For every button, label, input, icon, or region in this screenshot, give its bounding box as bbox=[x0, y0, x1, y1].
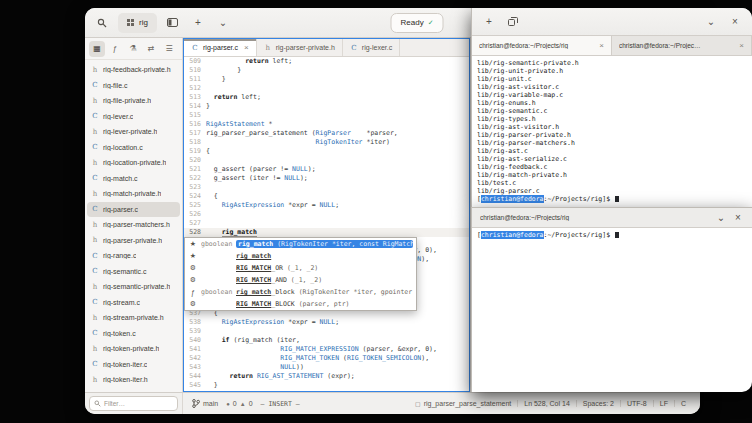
completion-row[interactable]: ƒgbooleanrig_match_block (RigTokenIter *… bbox=[185, 286, 416, 298]
terminal-2-content[interactable]: [christian@fedora:~/Projects/rig]$ bbox=[472, 228, 752, 392]
sidebar-switcher-icon[interactable]: ☰ bbox=[161, 41, 177, 57]
code-line: 519{ bbox=[184, 147, 469, 156]
terminal-tabbar: christian@fedora:~/Projects/rig×christia… bbox=[472, 36, 752, 56]
branch-name: main bbox=[203, 400, 218, 407]
file-item[interactable]: Crig-lever.c bbox=[85, 109, 182, 125]
file-item[interactable]: hrig-lever-private.h bbox=[85, 124, 182, 140]
branch-indicator[interactable]: main bbox=[192, 399, 218, 408]
file-name: rig-match.c bbox=[103, 175, 138, 182]
completion-row[interactable]: ⚙RIG_MATCH_AND (_1, _2) bbox=[185, 274, 416, 286]
filetype-icon: h bbox=[91, 128, 99, 136]
code-line: 517rig_parser_parse_statement (RigParser… bbox=[184, 129, 469, 138]
completion-row[interactable]: ⚙RIG_MATCH_BLOCK (parser, ptr) bbox=[185, 298, 416, 310]
filetype-icon: h bbox=[91, 66, 99, 74]
file-item[interactable]: hrig-parser-private.h bbox=[85, 233, 182, 249]
terminal-1-content[interactable]: lib/rig-semantic-private.hlib/rig-unit-p… bbox=[472, 56, 752, 207]
terminal-2-close-button[interactable]: × bbox=[732, 212, 744, 224]
language-indicator[interactable]: C bbox=[674, 400, 692, 407]
build-status-button[interactable]: Ready ✓ bbox=[391, 13, 444, 33]
filter-search-icon bbox=[94, 400, 101, 407]
code-token bbox=[206, 363, 280, 371]
file-item[interactable]: hrig-parser-matchers.h bbox=[85, 217, 182, 233]
encoding-indicator[interactable]: UTF-8 bbox=[620, 400, 653, 407]
terminal-line: lib/rig-semantic.c bbox=[477, 107, 747, 115]
cursor-position[interactable]: Ln 528, Col 14 bbox=[517, 400, 576, 407]
sidebar-switcher-icon[interactable]: ▦ bbox=[89, 41, 105, 57]
line-number: 521 bbox=[184, 165, 206, 174]
symbol-breadcrumb[interactable]: ▢ rig_parser_parse_statement bbox=[409, 400, 517, 407]
terminal-line: lib/rig-types.h bbox=[477, 115, 747, 123]
project-omnibox[interactable]: rig bbox=[118, 13, 157, 33]
editor-tab[interactable]: Crig-parser.c× bbox=[184, 39, 257, 56]
file-name: rig-parser.c bbox=[103, 206, 138, 213]
close-tab-icon[interactable]: × bbox=[244, 43, 249, 52]
terminal-tab-overview-button[interactable] bbox=[504, 13, 522, 31]
terminal-1-close-button[interactable]: × bbox=[726, 13, 744, 31]
indentation-indicator[interactable]: Spaces: 2 bbox=[576, 400, 620, 407]
editor-tab[interactable]: hrig-parser-private.h bbox=[257, 39, 343, 56]
code-text: g_assert (parser != NULL); bbox=[206, 165, 316, 174]
file-item[interactable]: Crig-stream.c bbox=[85, 295, 182, 311]
file-item[interactable]: Crig-range.c bbox=[85, 248, 182, 264]
branch-icon bbox=[192, 399, 200, 408]
completion-row[interactable]: ⚙RIG_MATCH_OR (_1, _2) bbox=[185, 262, 416, 274]
error-dot-icon: ● bbox=[226, 401, 230, 407]
file-item[interactable]: Crig-file.c bbox=[85, 78, 182, 94]
completion-args: (parser, ptr) bbox=[295, 300, 350, 308]
file-item[interactable]: hrig-file-private.h bbox=[85, 93, 182, 109]
page-chevron-button[interactable]: ⌄ bbox=[214, 14, 232, 32]
line-number: 522 bbox=[184, 174, 206, 183]
completion-row[interactable]: ★rig_match bbox=[185, 250, 416, 262]
close-icon[interactable]: × bbox=[599, 41, 604, 50]
terminal-tab[interactable]: christian@fedora:~/Projec…× bbox=[612, 36, 752, 55]
file-item[interactable]: Crig-semantic.c bbox=[85, 264, 182, 280]
terminal-new-tab-button[interactable]: + bbox=[480, 13, 498, 31]
terminal-line: lib/rig-ast-visitor.c bbox=[477, 83, 747, 91]
eol-indicator[interactable]: LF bbox=[653, 400, 674, 407]
sidebar-switcher-icon[interactable]: ⚗ bbox=[125, 41, 141, 57]
filter-input[interactable]: Filter… bbox=[89, 396, 178, 411]
terminal-window-1: + ⌄ × christian@fedora:~/Projects/rig×ch… bbox=[471, 8, 752, 207]
editor-pane: Crig-parser.c×hrig-parser-private.hCrig-… bbox=[183, 38, 470, 392]
code-line: 528 rig_match bbox=[184, 228, 469, 237]
file-item[interactable]: hrig-location-private.h bbox=[85, 155, 182, 171]
file-item[interactable]: hrig-feedback-private.h bbox=[85, 62, 182, 78]
new-page-button[interactable]: + bbox=[189, 14, 207, 32]
editor-tab[interactable]: Crig-lexer.c bbox=[343, 39, 400, 56]
completion-args: (_1, _2) bbox=[283, 264, 318, 272]
sidebar-switcher-icon[interactable]: ƒ bbox=[107, 41, 123, 57]
file-item[interactable]: Crig-match.c bbox=[85, 171, 182, 187]
file-item[interactable]: Crig-token.c bbox=[85, 326, 182, 342]
terminal-2-titlebar: christian@fedora:~/Projects/rig ⌄ × bbox=[472, 208, 752, 228]
code-text: RigAstExpression *expr = NULL; bbox=[206, 318, 339, 327]
code-text: RigAstExpression *expr = NULL; bbox=[206, 201, 339, 210]
file-item[interactable]: Crig-parser.c bbox=[87, 202, 180, 218]
desktop: rig + ⌄ Ready ✓ ▦ƒ⚗⇄☰ hrig-feedback-priv… bbox=[0, 0, 752, 423]
code-token: left; bbox=[269, 57, 292, 65]
file-item[interactable]: Crig-location.c bbox=[85, 140, 182, 156]
completion-row[interactable]: ★gbooleanrig_match (RigTokenIter *iter, … bbox=[185, 238, 416, 250]
code-area[interactable]: 509 return left;510 }511 }512513 return … bbox=[184, 57, 469, 391]
file-name: rig-feedback-private.h bbox=[103, 66, 171, 73]
file-item[interactable]: hrig-semantic-private.h bbox=[85, 279, 182, 295]
terminal-2-chevron[interactable]: ⌄ bbox=[715, 212, 727, 224]
diagnostics-indicator[interactable]: ● 0 ▲ 0 bbox=[226, 400, 252, 407]
terminal-menu-chevron[interactable]: ⌄ bbox=[702, 13, 720, 31]
code-token: * bbox=[265, 120, 273, 128]
file-name: rig-location-private.h bbox=[103, 159, 166, 166]
file-item[interactable]: hrig-token-iter.h bbox=[85, 372, 182, 388]
code-line: 509 return left; bbox=[184, 57, 469, 66]
code-text: } bbox=[206, 102, 210, 111]
terminal-tab[interactable]: christian@fedora:~/Projects/rig× bbox=[472, 36, 612, 55]
code-line: 538 RigAstExpression *expr = NULL; bbox=[184, 318, 469, 327]
file-item[interactable]: hrig-token-private.h bbox=[85, 341, 182, 357]
file-item[interactable]: hrig-match-private.h bbox=[85, 186, 182, 202]
search-button[interactable] bbox=[93, 14, 111, 32]
sidebar-switcher-icon[interactable]: ⇄ bbox=[143, 41, 159, 57]
filetype-icon: C bbox=[91, 205, 99, 213]
close-icon[interactable]: × bbox=[739, 41, 744, 50]
panel-toggle-button[interactable] bbox=[164, 14, 182, 32]
file-item[interactable]: hrig-stream-private.h bbox=[85, 310, 182, 326]
file-name: rig-lever-private.h bbox=[103, 128, 157, 135]
file-item[interactable]: Crig-token-iter.c bbox=[85, 357, 182, 373]
